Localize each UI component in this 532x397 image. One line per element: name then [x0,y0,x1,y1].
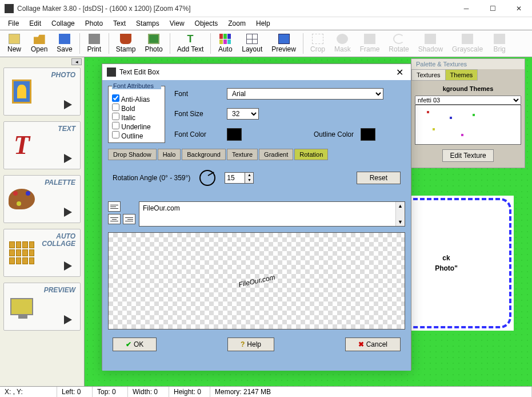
x-icon: ✖ [358,340,364,348]
align-center-button[interactable] [108,214,121,224]
toolbar-frame[interactable]: Frame [355,31,385,56]
menu-bar: File Edit Collage Photo Text Stamps View… [0,17,532,30]
toolbar-auto[interactable]: Auto [213,31,237,56]
tab-themes[interactable]: Themes [445,69,478,81]
cancel-button[interactable]: ✖Cancel [345,338,401,351]
photo-icon [7,77,36,106]
play-icon [64,315,72,324]
sidebar-item-label: AUTO COLLAGE [42,233,75,248]
menu-text[interactable]: Text [109,18,130,29]
sidebar: ◂ PHOTO T TEXT PALETTE AUTO COLLAGE PREV… [0,57,85,386]
align-left-button[interactable] [108,201,121,212]
minimize-button[interactable]: ─ [453,0,479,17]
palette-icon [7,185,36,213]
panel-title: Palette & Textures [411,59,525,69]
theme-select[interactable]: nfetti 03 [415,96,521,105]
ok-button[interactable]: ✔OK [113,338,157,351]
toolbar-preview[interactable]: Preview [267,31,301,56]
scroll-up-icon[interactable]: ▲ [396,202,405,210]
menu-photo[interactable]: Photo [81,18,107,29]
font-color-swatch[interactable] [227,128,242,141]
close-window-button[interactable]: ✕ [506,0,532,17]
toolbar-crop[interactable]: Crop [306,31,330,56]
spinner-down-icon[interactable]: ▼ [245,178,253,183]
menu-stamps[interactable]: Stamps [131,18,164,29]
toolbar-save[interactable]: Save [52,31,77,56]
toolbar-rotate[interactable]: Rotate [384,31,413,56]
sidebar-preview[interactable]: PREVIEW [3,283,81,331]
toolbar-brightness[interactable]: Brig [487,31,511,56]
sidebar-auto-collage[interactable]: AUTO COLLAGE [3,229,81,277]
main-toolbar: New Open Save Print Stamp Photo TAdd Tex… [0,30,532,57]
palette-textures-panel: Palette & Textures Textures Themes kgrou… [411,58,525,168]
spinner-up-icon[interactable]: ▲ [245,173,253,178]
menu-objects[interactable]: Objects [190,18,223,29]
status-top: Top: 0 [93,387,128,397]
help-icon: ? [241,340,245,348]
text-icon: T [7,131,36,160]
angle-indicator-icon[interactable] [199,170,215,186]
font-size-select[interactable]: 32 [227,108,259,120]
check-outline[interactable]: Outline [112,131,161,140]
check-icon: ✔ [126,340,131,348]
toolbar-print[interactable]: Print [82,31,106,56]
tab-textures[interactable]: Textures [411,69,446,81]
toolbar-stamp[interactable]: Stamp [111,31,141,56]
scroll-down-icon[interactable]: ▼ [396,218,405,226]
menu-zoom[interactable]: Zoom [223,18,250,29]
monitor-icon [7,292,36,321]
rotation-panel: Rotation Angle (0° - 359°) ▲▼ Reset [108,160,405,196]
menu-help[interactable]: Help [251,18,275,29]
tab-texture[interactable]: Texture [227,149,258,160]
toolbar-new[interactable]: New [2,31,26,56]
tab-background[interactable]: Background [182,149,226,160]
tab-halo[interactable]: Halo [158,149,181,160]
sidebar-collapse-icon[interactable]: ◂ [71,58,82,65]
check-bold[interactable]: Bold [112,104,161,113]
status-height: Height: 0 [169,387,210,397]
text-content-input[interactable]: FileOur.com ▲▼ [139,201,405,227]
tab-gradient[interactable]: Gradient [259,149,293,160]
toolbar-photo[interactable]: Photo [140,31,167,56]
text-edit-dialog: Text Edit Box ✕ Font Attributes Anti-Ali… [102,63,411,370]
outline-color-label: Outline Color [302,130,354,138]
help-button[interactable]: ?Help [227,338,274,351]
app-icon [5,4,14,13]
check-italic[interactable]: Italic [112,113,161,122]
sidebar-palette[interactable]: PALETTE [3,175,81,223]
text-preview: FileOur.com [108,232,405,329]
themes-heading: kground Themes [415,84,521,96]
menu-collage[interactable]: Collage [47,18,79,29]
rotation-input[interactable] [225,172,245,184]
menu-file[interactable]: File [3,18,23,29]
toolbar-grayscale[interactable]: Grayscale [447,31,487,56]
tab-drop-shadow[interactable]: Drop Shadow [108,149,157,160]
font-size-label: Font Size [174,110,220,118]
font-color-label: Font Color [174,130,220,138]
scrollbar[interactable]: ▲▼ [395,202,405,226]
check-anti-alias[interactable]: Anti-Alias [112,94,161,104]
grid-icon [7,239,36,267]
reset-button[interactable]: Reset [357,172,401,184]
font-label: Font [174,90,220,98]
play-icon [64,261,72,271]
sidebar-text[interactable]: T TEXT [3,121,81,169]
align-right-button[interactable] [123,214,135,224]
toolbar-layout[interactable]: Layout [237,31,267,56]
toolbar-add-text[interactable]: TAdd Text [173,31,208,56]
edit-texture-button[interactable]: Edit Texture [442,149,493,162]
menu-edit[interactable]: Edit [25,18,46,29]
toolbar-open[interactable]: Open [26,31,52,56]
toolbar-shadow[interactable]: Shadow [414,31,447,56]
menu-view[interactable]: View [165,18,189,29]
status-xy: X: , Y: [0,387,57,397]
font-select[interactable]: Arial [227,88,383,100]
sidebar-photo[interactable]: PHOTO [3,68,81,116]
dialog-close-button[interactable]: ✕ [393,67,406,78]
maximize-button[interactable]: ☐ [479,0,506,17]
check-underline[interactable]: Underline [112,122,161,131]
rotation-spinner[interactable]: ▲▼ [225,172,254,184]
outline-color-swatch[interactable] [361,128,375,141]
tab-rotation[interactable]: Rotation [294,149,328,160]
toolbar-mask[interactable]: Mask [330,31,355,56]
